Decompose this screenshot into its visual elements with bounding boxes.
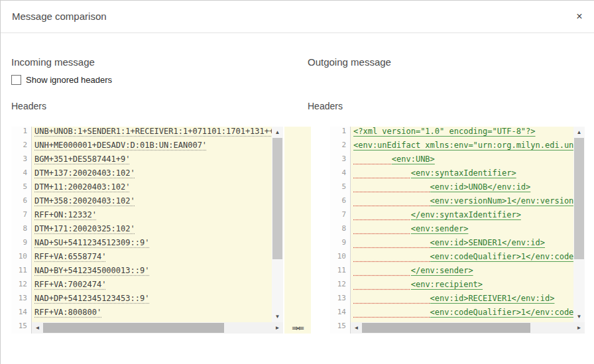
scroll-down-icon[interactable]: ▼ (272, 311, 283, 322)
line-number: 13 (330, 294, 350, 308)
outgoing-headers-label: Headers (308, 101, 343, 111)
code-line: <env:UNB> (353, 154, 573, 168)
line-number: 2 (11, 141, 31, 154)
incoming-line-number-gutter: 123456789101112131415 (11, 127, 32, 334)
code-line: <env:syntaxIdentifier> (353, 168, 573, 182)
line-number: 13 (11, 294, 31, 308)
line-number: 8 (11, 224, 31, 238)
code-line: DTM+358:20020403:102' (34, 196, 272, 210)
line-number: 9 (11, 238, 31, 252)
line-number: 14 (11, 308, 31, 322)
show-ignored-headers-row[interactable]: Show ignored headers (11, 75, 112, 85)
line-number: 4 (330, 168, 350, 182)
incoming-editor-panel: 123456789101112131415 UNB+UNOB:1+SENDER1… (11, 127, 283, 334)
code-line: <env:id>SENDER1</env:id> (353, 238, 573, 252)
outgoing-horizontal-scrollbar[interactable]: ◄ ► (351, 322, 585, 334)
line-number: 15 (330, 322, 350, 334)
scroll-up-icon[interactable]: ▲ (573, 127, 585, 138)
code-line: <?xml version="1.0" encoding="UTF-8"?> (353, 127, 573, 141)
code-line: DTM+11:20020403:102' (34, 182, 272, 196)
scroll-right-icon[interactable]: ► (272, 322, 283, 334)
incoming-code-area[interactable]: UNB+UNOB:1+SENDER1:1+RECEIVER1:1+071101:… (32, 127, 272, 322)
outgoing-line-number-gutter: 123456789101112131415 (330, 127, 351, 334)
line-number: 1 (11, 127, 31, 141)
close-icon[interactable]: × (571, 8, 588, 25)
code-line: RFF+VA:7002474' (34, 280, 272, 294)
line-number: 12 (330, 280, 350, 294)
code-line: RFF+VA:6558774' (34, 252, 272, 266)
code-line: <env:sender> (353, 224, 573, 238)
line-number: 5 (11, 182, 31, 196)
diff-connector-strip: ⇛⇚ (284, 127, 311, 334)
code-line: <env:recipient> (353, 280, 573, 294)
horizontal-scroll-thumb[interactable] (43, 323, 224, 333)
show-ignored-headers-label: Show ignored headers (26, 75, 112, 85)
code-line: </env:syntaxIdentifier> (353, 210, 573, 224)
vertical-scroll-thumb[interactable] (272, 138, 282, 259)
outgoing-editor-panel: 123456789101112131415 <?xml version="1.0… (330, 127, 585, 334)
code-line: DTM+171:20020325:102' (34, 224, 272, 238)
line-number: 4 (11, 168, 31, 182)
code-line: DTM+137:20020403:102' (34, 168, 272, 182)
show-ignored-headers-checkbox[interactable] (11, 75, 21, 85)
line-number: 5 (330, 182, 350, 196)
code-line: RFF+ON:12332' (34, 210, 272, 224)
scroll-left-icon[interactable]: ◄ (32, 322, 43, 334)
line-number: 11 (11, 266, 31, 280)
code-line: <env:unEdifact xmlns:env="urn:org.milyn.… (353, 141, 573, 154)
line-number: 12 (11, 280, 31, 294)
code-line: <env:codeQualifier>1</env:codeQ (353, 252, 573, 266)
incoming-vertical-scrollbar[interactable]: ▲ ▼ (272, 127, 283, 322)
line-number: 10 (330, 252, 350, 266)
line-number: 3 (330, 154, 350, 168)
line-number: 7 (11, 210, 31, 224)
line-number: 14 (330, 308, 350, 322)
code-line: NAD+SU+5411234512309::9' (34, 238, 272, 252)
merge-arrows-icon[interactable]: ⇛⇚ (284, 324, 311, 333)
vertical-scroll-thumb[interactable] (574, 138, 584, 259)
line-number: 1 (330, 127, 350, 141)
code-line: </env:sender> (353, 266, 573, 280)
scroll-up-icon[interactable]: ▲ (272, 127, 283, 138)
line-number: 2 (330, 141, 350, 154)
line-number: 11 (330, 266, 350, 280)
code-line: RFF+VA:800800' (34, 308, 272, 322)
line-number: 10 (11, 252, 31, 266)
code-line: NAD+DP+5412345123453::9' (34, 294, 272, 308)
outgoing-code-area[interactable]: <?xml version="1.0" encoding="UTF-8"?><e… (351, 127, 573, 322)
line-number: 9 (330, 238, 350, 252)
code-line: <env:versionNum>1</env:versionN (353, 196, 573, 210)
code-line: <env:id>UNOB</env:id> (353, 182, 573, 196)
scroll-right-icon[interactable]: ► (573, 322, 585, 334)
code-line: BGM+351+DES587441+9' (34, 154, 272, 168)
code-line: <env:id>RECEIVER1</env:id> (353, 294, 573, 308)
code-line: UNB+UNOB:1+SENDER1:1+RECEIVER1:1+071101:… (34, 127, 272, 141)
message-comparison-dialog: Message comparison × Incoming message Ou… (0, 0, 594, 364)
incoming-headers-label: Headers (11, 101, 46, 111)
incoming-horizontal-scrollbar[interactable]: ◄ ► (32, 322, 283, 334)
incoming-message-heading: Incoming message (11, 56, 95, 68)
code-line: <env:codeQualifier>1</env:codeQ (353, 308, 573, 322)
line-number: 3 (11, 154, 31, 168)
line-number: 6 (11, 196, 31, 210)
line-number: 15 (11, 322, 31, 334)
line-number: 7 (330, 210, 350, 224)
dialog-titlebar: Message comparison × (1, 1, 594, 33)
code-line: NAD+BY+5412345000013::9' (34, 266, 272, 280)
outgoing-message-heading: Outgoing message (308, 56, 391, 68)
line-number: 8 (330, 224, 350, 238)
line-number: 6 (330, 196, 350, 210)
horizontal-scroll-thumb[interactable] (362, 323, 530, 333)
outgoing-vertical-scrollbar[interactable]: ▲ ▼ (573, 127, 585, 322)
code-line: UNH+ME000001+DESADV:D:01B:UN:EAN007' (34, 141, 272, 154)
scroll-left-icon[interactable]: ◄ (351, 322, 362, 334)
dialog-title: Message comparison (12, 11, 107, 22)
scroll-down-icon[interactable]: ▼ (573, 311, 585, 322)
